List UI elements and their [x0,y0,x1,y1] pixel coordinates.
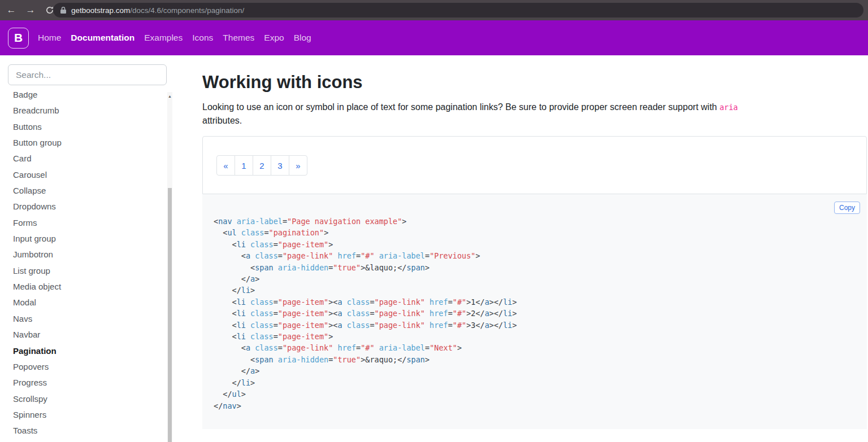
nav-item-themes[interactable]: Themes [223,33,254,43]
url-text: getbootstrap.com/docs/4.6/components/pag… [71,6,244,15]
search-input[interactable] [8,64,167,85]
nav-item-home[interactable]: Home [38,33,61,43]
sidebar-item-navs[interactable]: Navs [0,311,174,327]
sidebar-scrollbar[interactable]: ▲ [167,92,172,442]
code-line: </a> [214,273,861,285]
sidebar-item-popovers[interactable]: Popovers [0,359,174,375]
code-line: </li> [214,285,861,296]
url-path: /docs/4.6/components/pagination/ [130,6,244,15]
page-link-1[interactable]: 1 [235,155,253,176]
page-link-next[interactable]: » [289,155,307,176]
sidebar-item-dropdowns[interactable]: Dropdowns [0,199,174,215]
sidebar-item-breadcrumb[interactable]: Breadcrumb [0,103,174,119]
intro-paragraph: Looking to use an icon or symbol in plac… [202,100,867,127]
sidebar: BadgeBreadcrumbButtonsButton groupCardCa… [0,55,174,442]
code-line: </a> [214,365,861,377]
code-block: Copy <nav aria-label="Page navigation ex… [202,194,867,429]
code-line: <span aria-hidden="true">&raquo;</span> [214,354,861,365]
sidebar-item-media-object[interactable]: Media object [0,279,174,295]
sidebar-item-toasts[interactable]: Toasts [0,423,174,439]
sidebar-item-progress[interactable]: Progress [0,375,174,391]
code-line: <li class="page-item"><a class="page-lin… [214,308,861,319]
sidebar-item-collapse[interactable]: Collapse [0,183,174,199]
browser-chrome: ← → getbootstrap.com/docs/4.6/components… [0,0,868,20]
bootstrap-logo[interactable]: B [8,28,29,49]
code-line: <nav aria-label="Page navigation example… [214,216,861,227]
nav-item-icons[interactable]: Icons [192,33,213,43]
pagination-example-box: «123» [202,136,867,194]
inline-code-aria: aria [719,103,738,112]
app-nav: HomeDocumentationExamplesIconsThemesExpo… [38,33,311,43]
code-line: <li class="page-item"><a class="page-lin… [214,296,861,308]
sidebar-item-modal[interactable]: Modal [0,295,174,310]
page-link-previous[interactable]: « [216,155,235,176]
code-lines: <nav aria-label="Page navigation example… [214,216,861,412]
code-line: <a class="page-link" href="#" aria-label… [214,250,861,261]
scroll-up-icon[interactable]: ▲ [167,94,172,98]
nav-item-expo[interactable]: Expo [264,33,284,43]
scrollbar-thumb[interactable] [168,188,172,442]
page-link-3[interactable]: 3 [271,155,289,176]
back-icon[interactable]: ← [3,2,19,18]
url-bar[interactable]: getbootstrap.com/docs/4.6/components/pag… [53,3,863,17]
nav-item-blog[interactable]: Blog [294,33,311,43]
code-line: <li class="page-item"> [214,239,861,250]
page-link-2[interactable]: 2 [253,155,271,176]
code-line: </li> [214,377,861,388]
sidebar-item-jumbotron[interactable]: Jumbotron [0,247,174,262]
code-line: <a class="page-link" href="#" aria-label… [214,342,861,353]
sidebar-item-forms[interactable]: Forms [0,215,174,231]
code-line: </nav> [214,400,861,412]
sidebar-list: BadgeBreadcrumbButtonsButton groupCardCa… [0,92,174,439]
intro-text: Looking to use an icon or symbol in plac… [202,102,719,112]
url-domain: getbootstrap.com [71,6,130,15]
code-line: <ul class="pagination"> [214,227,861,238]
lock-icon [60,6,67,14]
intro-line-1: Looking to use an icon or symbol in plac… [202,100,867,114]
nav-item-examples[interactable]: Examples [144,33,183,43]
code-line: <span aria-hidden="true">&laquo;</span> [214,262,861,273]
code-line: <li class="page-item"> [214,331,861,342]
sidebar-item-pagination[interactable]: Pagination [0,343,174,359]
page-title: Working with icons [202,72,867,93]
sidebar-item-buttons[interactable]: Buttons [0,119,174,135]
sidebar-item-button-group[interactable]: Button group [0,135,174,151]
nav-item-documentation[interactable]: Documentation [71,33,134,43]
forward-icon[interactable]: → [23,2,38,18]
sidebar-item-carousel[interactable]: Carousel [0,167,174,183]
sidebar-item-spinners[interactable]: Spinners [0,407,174,423]
pagination-demo: «123» [216,155,307,176]
sidebar-list-viewport: BadgeBreadcrumbButtonsButton groupCardCa… [0,92,174,442]
code-line: </ul> [214,388,861,400]
sidebar-item-badge[interactable]: Badge [0,92,174,103]
code-line: <li class="page-item"><a class="page-lin… [214,320,861,331]
main-content: Working with icons Looking to use an ico… [202,55,867,442]
sidebar-item-card[interactable]: Card [0,151,174,167]
sidebar-item-scrollspy[interactable]: Scrollspy [0,391,174,407]
sidebar-item-input-group[interactable]: Input group [0,231,174,247]
site-navbar: B HomeDocumentationExamplesIconsThemesEx… [0,20,868,55]
sidebar-item-list-group[interactable]: List group [0,263,174,279]
copy-button[interactable]: Copy [834,202,860,214]
intro-line-2: attributes. [202,114,867,127]
sidebar-item-navbar[interactable]: Navbar [0,327,174,343]
